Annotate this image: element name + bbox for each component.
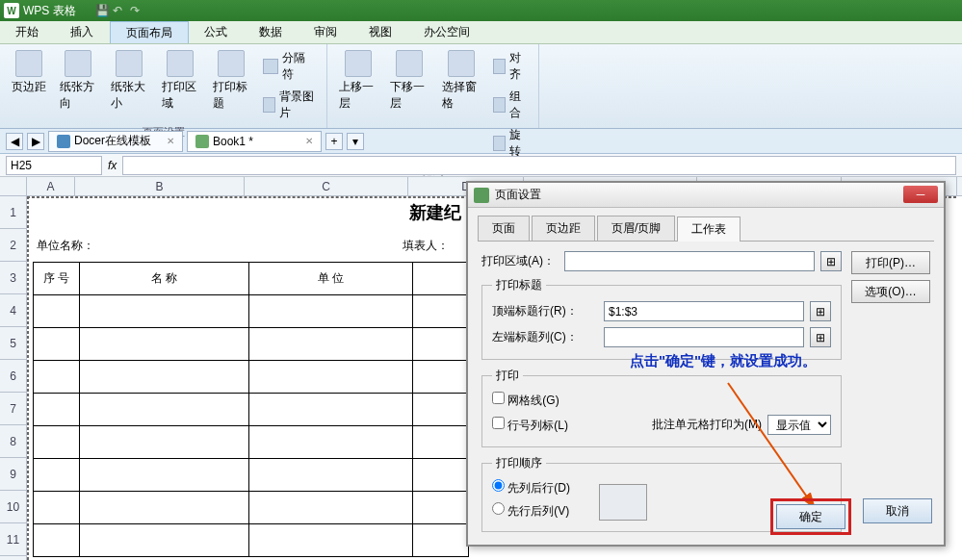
send-backward-button[interactable]: 下移一层 [386,48,431,114]
row-header[interactable]: 1 [0,196,26,229]
formula-input[interactable] [122,156,956,175]
print-legend: 打印 [492,368,523,384]
breaks-button[interactable]: 分隔符 [259,48,319,85]
tab-add[interactable]: + [325,133,343,150]
print-options-group: 打印 网格线(G) 行号列标(L) 批注单元格打印为(M) 显示值 [481,368,842,447]
tab-data[interactable]: 数据 [244,21,299,43]
row-header[interactable]: 2 [0,229,26,262]
range-picker-icon[interactable]: ⊞ [820,251,842,271]
print-titles-legend: 打印标题 [492,277,546,293]
print-area-input[interactable] [564,251,815,271]
print-area-label: 打印区域(A)： [481,253,559,269]
save-icon[interactable]: 💾 [95,4,109,17]
col-header[interactable]: A [27,177,75,195]
dialog-icon [474,188,489,203]
dialog-titlebar[interactable]: 页面设置 [468,183,944,208]
annotation-text: 点击"确定"键，就设置成功。 [630,352,817,370]
table-row [34,394,469,426]
row-header[interactable]: 4 [0,294,26,327]
range-picker-icon[interactable]: ⊞ [810,327,831,347]
row-header[interactable]: 6 [0,360,26,393]
close-icon[interactable]: ✕ [167,136,174,146]
send-backward-label: 下移一层 [390,79,428,112]
titlebar: W WPS 表格 💾 ↶ ↷ [0,0,962,21]
fx-icon[interactable]: fx [108,159,117,172]
tab-home[interactable]: 开始 [0,21,55,43]
docer-icon [57,135,70,148]
print-titles-group: 打印标题 顶端标题行(R)： ⊞ 左端标题列(C)： ⊞ [481,277,842,360]
range-picker-icon[interactable]: ⊞ [810,301,831,321]
order-down-radio[interactable]: 先列后行(D) [492,479,570,496]
col-header[interactable]: C [245,177,408,195]
row-header[interactable]: 11 [0,523,26,556]
th-unit: 单 位 [249,263,413,295]
size-button[interactable]: 纸张大小 [107,48,152,114]
table-row [34,426,469,459]
undo-icon[interactable]: ↶ [113,4,126,17]
order-over-radio[interactable]: 先行后列(V) [492,502,569,520]
print-titles-button[interactable]: 打印标题 [209,48,254,114]
tab-view[interactable]: 视图 [353,21,408,43]
row-header[interactable]: 7 [0,393,26,425]
margins-button[interactable]: 页边距 [8,48,50,97]
ok-button[interactable]: 确定 [776,504,845,529]
table-header-row: 序 号 名 称 单 位 [34,263,469,295]
tab-list[interactable]: ▾ [347,133,364,150]
gridlines-checkbox[interactable]: 网格线(G) [492,392,569,409]
row-header[interactable]: 3 [0,262,26,294]
tab-formulas[interactable]: 公式 [189,21,244,43]
breaks-label: 分隔符 [282,50,315,83]
table-row [34,328,469,361]
select-all-corner[interactable] [0,177,27,195]
bring-forward-label: 上移一层 [339,79,377,112]
dtab-sheet[interactable]: 工作表 [677,216,741,242]
comments-combo[interactable]: 显示值 [767,415,831,435]
print-button[interactable]: 打印(P)… [851,251,930,274]
dtab-margins[interactable]: 页边距 [532,216,595,241]
doctab-label: Book1 * [213,135,253,148]
bring-forward-button[interactable]: 上移一层 [335,48,380,114]
group-button[interactable]: 组合 [489,87,531,123]
tab-review[interactable]: 审阅 [299,21,353,43]
unit-label: 单位名称： [37,229,94,262]
left-col-input[interactable] [604,327,804,347]
left-col-label: 左端标题列(C)： [492,329,598,345]
background-button[interactable]: 背景图片 [259,87,319,123]
top-row-input[interactable] [604,301,804,321]
print-area-button[interactable]: 打印区域 [158,48,203,114]
cancel-button[interactable]: 取消 [863,498,932,523]
tab-office[interactable]: 办公空间 [408,21,486,43]
row-header[interactable]: 10 [0,491,26,523]
align-button[interactable]: 对齐 [489,48,531,85]
row-header[interactable]: 9 [0,458,26,491]
print-order-preview-icon [599,484,647,521]
tab-insert[interactable]: 插入 [55,21,110,43]
dtab-header-footer[interactable]: 页眉/页脚 [597,216,675,241]
tab-nav-prev[interactable]: ◀ [6,133,23,150]
doctab-docer[interactable]: Docer在线模板 ✕ [48,131,183,152]
options-button[interactable]: 选项(O)… [851,280,930,303]
dialog-close-button[interactable]: ─ [903,186,938,203]
name-box[interactable]: H25 [6,156,102,175]
order-down-label: 先列后行(D) [507,481,570,495]
row-header[interactable]: 8 [0,425,26,458]
print-area-label: 打印区域 [162,79,199,112]
rowcol-headings-checkbox[interactable]: 行号列标(L) [492,417,569,434]
dialog-title-text: 页面设置 [495,187,541,203]
dtab-page[interactable]: 页面 [478,216,530,241]
close-icon[interactable]: ✕ [305,136,313,146]
doctab-book1[interactable]: Book1 * ✕ [187,131,322,152]
orientation-button[interactable]: 纸张方向 [56,48,101,114]
data-table: 序 号 名 称 单 位 [33,262,469,557]
tab-nav-next[interactable]: ▶ [27,133,44,150]
doctab-label: Docer在线模板 [74,133,151,149]
tab-page-layout[interactable]: 页面布局 [110,21,189,43]
dialog-tabs: 页面 页边距 页眉/页脚 工作表 [478,216,934,242]
quick-access: 💾 ↶ ↷ [95,4,143,17]
selection-pane-button[interactable]: 选择窗格 [438,48,483,114]
sheet-title: 新建纪 [27,196,465,229]
redo-icon[interactable]: ↷ [130,4,143,17]
row-header[interactable]: 5 [0,327,26,360]
table-row [34,459,469,492]
col-header[interactable]: B [75,177,245,195]
